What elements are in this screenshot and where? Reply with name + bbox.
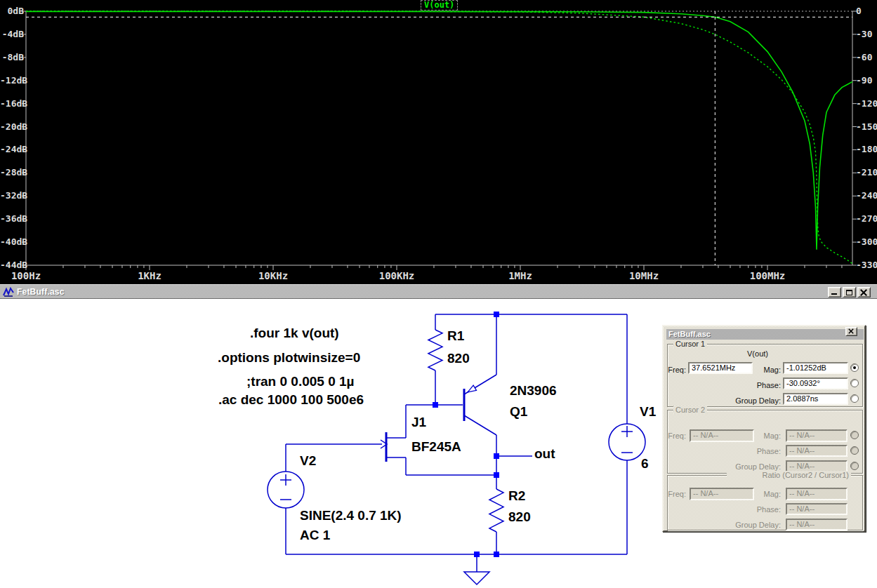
phase-axis-tick-label: -270 bbox=[856, 214, 877, 224]
resistor-r2 bbox=[489, 489, 503, 532]
cursor1-group-delay-radio[interactable] bbox=[850, 394, 859, 403]
phase-axis-tick-label: -240 bbox=[856, 191, 877, 201]
v2-value[interactable]: SINE(2.4 0.7 1K) bbox=[300, 508, 402, 523]
v1-value[interactable]: 6 bbox=[641, 456, 649, 472]
wire-junction bbox=[494, 552, 499, 557]
freq-axis-tick-label: 100MHz bbox=[739, 271, 796, 281]
directive-four[interactable]: .four 1k v(out) bbox=[250, 326, 339, 341]
cursor1-freq-field: 37.6521MHz bbox=[688, 362, 753, 374]
db-axis-tick-label: -20dB bbox=[0, 122, 24, 132]
cursor2-group-label: Cursor 2 bbox=[673, 406, 707, 414]
v1-name[interactable]: V1 bbox=[640, 404, 656, 420]
cursor1-group-label: Cursor 1 bbox=[673, 340, 707, 348]
ratio-mag-label: Mag: bbox=[748, 490, 781, 498]
phase-axis-tick-label: -30 bbox=[856, 29, 872, 39]
db-axis-tick-label: -28dB bbox=[0, 168, 24, 178]
cursor1-trace-name: V(out) bbox=[687, 349, 828, 358]
q1-name[interactable]: Q1 bbox=[510, 404, 527, 420]
db-axis-tick-label: -36dB bbox=[0, 214, 24, 224]
cursor2-group-delay-radio[interactable] bbox=[850, 462, 859, 470]
net-label-out[interactable]: out bbox=[534, 446, 555, 462]
directive-ac[interactable]: .ac dec 1000 100 500e6 bbox=[218, 392, 364, 408]
db-axis-tick-label: -4dB bbox=[0, 29, 24, 39]
wire-junction bbox=[494, 472, 499, 478]
ratio-group-label: Ratio (Cursor2 / Cursor1) bbox=[727, 471, 851, 479]
phase-axis-tick-label: -300 bbox=[856, 237, 877, 247]
db-axis-tick-label: -44dB bbox=[0, 260, 24, 270]
cursor2-phase-label: Phase: bbox=[734, 447, 781, 455]
cursor2-group-delay-label: Group Delay: bbox=[734, 462, 781, 471]
q1-value[interactable]: 2N3906 bbox=[510, 383, 557, 399]
ratio-freq-label: Freq: bbox=[665, 490, 686, 498]
close-icon bbox=[848, 328, 854, 334]
ground-symbol bbox=[464, 572, 489, 584]
j1-value[interactable]: BF245A bbox=[411, 439, 461, 455]
phase-axis-tick-label: -330 bbox=[856, 260, 877, 270]
phase-axis-tick-label: -180 bbox=[856, 145, 877, 154]
waveform-plot-pane[interactable]: 0dB0-4dB-30-8dB-60-12dB-90-16dB-120-20dB… bbox=[0, 0, 877, 284]
bode-plot[interactable] bbox=[0, 0, 877, 284]
phase-axis-tick-label: -90 bbox=[856, 76, 872, 86]
cursor1-mag-label: Mag: bbox=[748, 366, 781, 374]
r2-name[interactable]: R2 bbox=[508, 488, 525, 504]
freq-axis-tick-label: 1MHz bbox=[492, 271, 548, 281]
ratio-phase-field: -- N/A-- bbox=[786, 503, 848, 515]
q1-emitter-arrow bbox=[468, 385, 476, 392]
freq-axis-tick-label: 10MHz bbox=[616, 271, 672, 281]
phase-axis-tick-label: -120 bbox=[856, 99, 877, 109]
cursor1-group-delay-label: Group Delay: bbox=[734, 396, 781, 405]
cursor2-freq-field: -- N/A-- bbox=[690, 429, 754, 442]
cursor2-mag-label: Mag: bbox=[748, 432, 781, 440]
cursor1-mag-radio[interactable] bbox=[850, 363, 859, 372]
dialog-title: FetBuff.asc bbox=[668, 330, 711, 338]
cursor1-phase-label: Phase: bbox=[734, 381, 781, 389]
wire-junction bbox=[474, 552, 480, 557]
v2-name[interactable]: V2 bbox=[300, 453, 316, 469]
v2-ac-value[interactable]: AC 1 bbox=[300, 528, 330, 543]
magnitude-trace bbox=[26, 11, 852, 249]
dialog-titlebar: FetBuff.asc bbox=[666, 329, 864, 340]
phase-trace bbox=[26, 11, 852, 264]
db-axis-tick-label: -24dB bbox=[0, 145, 24, 154]
freq-axis-tick-label: 100KHz bbox=[369, 271, 425, 281]
dialog-close-button[interactable] bbox=[845, 327, 857, 336]
cursor2-mag-radio[interactable] bbox=[850, 431, 859, 439]
ratio-group-delay-field: -- N/A-- bbox=[786, 519, 848, 530]
maximize-icon bbox=[846, 290, 852, 295]
r2-value[interactable]: 820 bbox=[508, 509, 531, 525]
cursor2-phase-field: -- N/A-- bbox=[786, 445, 848, 457]
db-axis-tick-label: 0dB bbox=[0, 6, 24, 16]
ratio-mag-field: -- N/A-- bbox=[786, 488, 848, 500]
window-title: FetBuff.asc bbox=[17, 287, 65, 297]
db-axis-tick-label: -16dB bbox=[0, 99, 24, 109]
cursor1-mag-field: -1.01252dB bbox=[783, 362, 848, 374]
minimize-icon bbox=[831, 293, 837, 295]
j1-name[interactable]: J1 bbox=[411, 415, 426, 430]
trace-label[interactable]: V(out) bbox=[421, 0, 458, 11]
minimize-button[interactable] bbox=[828, 287, 841, 298]
cursor2-phase-radio[interactable] bbox=[850, 446, 859, 455]
freq-axis-tick-label: 10KHz bbox=[245, 271, 301, 281]
phase-axis-tick-label: 0 bbox=[856, 6, 862, 16]
close-button[interactable] bbox=[857, 287, 871, 298]
r1-name[interactable]: R1 bbox=[447, 328, 464, 344]
cursor1-phase-field: -30.0932° bbox=[783, 377, 848, 389]
schematic-window-titlebar: FetBuff.asc bbox=[0, 284, 877, 299]
schematic-canvas[interactable]: .four 1k v(out) .options plotwinsize=0 ;… bbox=[0, 299, 877, 588]
q1-collector bbox=[464, 415, 496, 435]
cursor1-group-delay-field: 2.0887ns bbox=[783, 393, 848, 405]
cursor2-freq-label: Freq: bbox=[665, 432, 686, 440]
cursor1-phase-radio[interactable] bbox=[850, 379, 859, 387]
directive-tran[interactable]: ;tran 0 0.005 0 1µ bbox=[246, 374, 355, 389]
db-axis-tick-label: -12dB bbox=[0, 76, 24, 86]
ratio-freq-field: -- N/A-- bbox=[690, 488, 754, 500]
wire-junction bbox=[494, 312, 499, 317]
maximize-button[interactable] bbox=[843, 287, 856, 298]
freq-axis-tick-label: 100Hz bbox=[0, 271, 54, 281]
directive-options[interactable]: .options plotwinsize=0 bbox=[218, 350, 360, 366]
db-axis-tick-label: -32dB bbox=[0, 191, 24, 201]
r1-value[interactable]: 820 bbox=[447, 351, 470, 366]
ratio-phase-label: Phase: bbox=[734, 505, 781, 514]
wire-junction bbox=[494, 453, 499, 459]
radio-selected-dot bbox=[853, 366, 856, 369]
